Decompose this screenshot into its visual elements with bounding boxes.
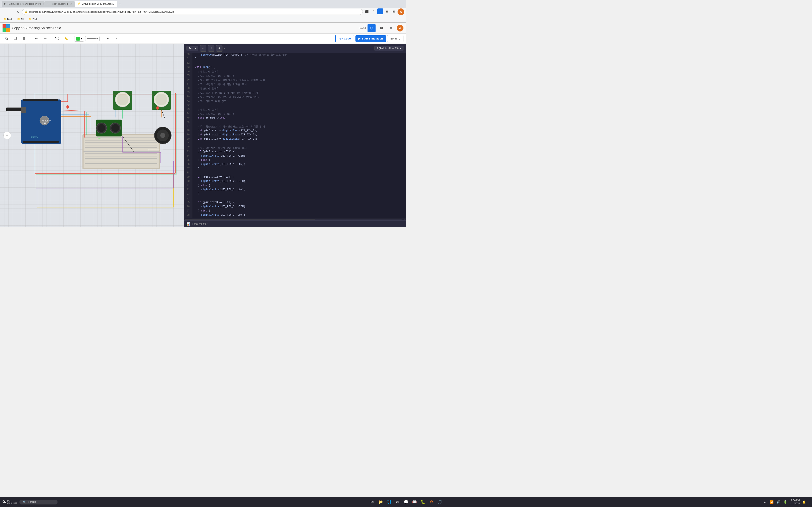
code-line-62: 62 [184, 61, 406, 66]
line-content-86: digitalWrite(LED_PIN_1, LOW); [192, 163, 245, 167]
refresh-button[interactable]: ↻ [15, 9, 21, 15]
line-content-62 [192, 61, 195, 66]
code-view-btn[interactable]: ≡ [387, 24, 395, 32]
send-to-button-label: Send To [390, 37, 400, 40]
code-line-71: 71 //3. 피에조 부저 경고 [184, 100, 406, 104]
tinkercad-logo[interactable] [3, 24, 10, 32]
tab-til[interactable]: ✓ Today I Learned ✕ [44, 1, 74, 7]
user-avatar[interactable]: A [398, 8, 404, 15]
circuit-canvas[interactable]: ARDUINO UNO DIGITAL [0, 44, 184, 227]
duplicate-btn[interactable]: ❐ [11, 35, 19, 43]
send-to-button[interactable]: Send To [387, 35, 403, 42]
copy-btn[interactable]: ⧉ [3, 35, 10, 43]
tab-til-close[interactable]: ✕ [70, 2, 72, 5]
line-num-86: 86 [184, 163, 192, 167]
code-button[interactable]: </> Code [336, 35, 354, 42]
language-chevron: ▾ [195, 47, 196, 50]
line-num-63: 63 [184, 66, 192, 70]
bookmark-folder-icon: 📁 [3, 18, 6, 20]
line-num-89: 89 [184, 176, 192, 180]
serial-monitor-icon: 📊 [187, 222, 190, 226]
extensions-button[interactable]: ⬛ [364, 8, 370, 14]
line-content-61: } [192, 57, 196, 61]
zoom-tool[interactable]: + [3, 131, 11, 139]
toolbar-sep-3 [72, 36, 72, 42]
bookmark-basic-label: Basic [7, 18, 13, 20]
line-content-94 [192, 197, 195, 201]
line-num-61: 61 [184, 57, 192, 61]
code-area[interactable]: 60 pinMode(BUZZER_PIN, OUTPUT); // 피에조 스… [184, 53, 406, 218]
download-button[interactable]: ↓ [377, 8, 383, 14]
ruler-btn[interactable]: 📏 [62, 35, 70, 43]
simulate-button[interactable]: ▶ Start Simulation [355, 35, 386, 42]
tab-youtube[interactable]: ▶ (18) Sleep is your superpower | ✕ [2, 1, 44, 7]
app-container: Copy of Surprising Snicket-Leelo Saved ⬡… [0, 22, 406, 227]
bookmark-winter[interactable]: 📁 겨울 [27, 17, 39, 21]
svg-text:PING: PING [98, 138, 101, 139]
bookmark-til[interactable]: 📁 TIL [15, 17, 26, 21]
undo-btn[interactable]: ↩ [32, 35, 40, 43]
code-line-86: 86 digitalWrite(LED_PIN_1, LOW); [184, 163, 406, 167]
tab-tinkercad[interactable]: ⚡ Circuit design Copy of Surprisi... ✕ [75, 1, 117, 7]
line-num-85: 85 [184, 159, 192, 163]
redo-btn[interactable]: ↪ [41, 35, 49, 43]
wave-btn[interactable]: ∿ [113, 35, 120, 43]
line-num-90: 90 [184, 180, 192, 184]
forward-button[interactable]: → [8, 9, 14, 15]
board-selector[interactable]: 1 (Arduino Uno R3) ▾ [374, 46, 403, 51]
code-line-67: 67 //3. 보행자의 위치에 맞는 LED를 표시 [184, 82, 406, 87]
line-content-65: //1. 조도센서 값이 어둡다면 [192, 74, 234, 78]
tab-youtube-title: (18) Sleep is your superpower | [8, 3, 41, 5]
new-tab-button[interactable]: + [118, 2, 122, 6]
font-size-btn[interactable]: A [216, 45, 222, 52]
line-num-65: 65 [184, 74, 192, 78]
code-line-84: 84 digitalWrite(LED_PIN_1, HIGH); [184, 155, 406, 159]
line-content-63: void loop() { [192, 66, 215, 70]
scroll-right-icon[interactable]: > [403, 218, 406, 220]
line-content-97: } else { [192, 209, 210, 214]
h-scrollbar[interactable]: > [184, 218, 406, 220]
language-selector[interactable]: Text ▾ [187, 46, 198, 51]
bookmark-button[interactable]: ☆ [370, 8, 376, 14]
collections-button[interactable]: ⊞ [384, 8, 390, 14]
color-picker[interactable]: ▾ [74, 36, 84, 42]
toolbar: ⧉ ❐ 🗑 ↩ ↪ 💬 📏 ▾ ▾ ✦ ∿ </> Code ▶ Start S… [0, 34, 406, 44]
serial-monitor-bar[interactable]: 📊 Serial Monitor [184, 220, 406, 227]
app-user-avatar[interactable]: A [397, 25, 403, 32]
line-num-80: 80 [184, 137, 192, 142]
code-line-77: 77 //2. 횡단보도에서 적외선센서로 보행자의 위치를 읽어 [184, 125, 406, 129]
code-line-90: 90 digitalWrite(LED_PIN_2, HIGH); [184, 180, 406, 184]
code-line-92: 92 digitalWrite(LED_PIN_2, LOW); [184, 188, 406, 192]
upload-code-btn[interactable]: ↗ [208, 45, 214, 52]
cursor-btn[interactable]: ✦ [104, 35, 112, 43]
line-num-73: 73 [184, 108, 192, 112]
tab-youtube-close[interactable]: ✕ [43, 2, 44, 5]
back-button[interactable]: ← [2, 9, 8, 15]
code-line-93: 93 } [184, 192, 406, 197]
line-content-98: digitalWrite(LED_PIN_3, LOW); [192, 214, 245, 218]
circuit-view-btn[interactable]: ⬡ [367, 24, 375, 32]
line-sample [87, 39, 96, 39]
line-content-95: if (pirState3 == HIGH) { [192, 201, 235, 205]
line-num-83: 83 [184, 150, 192, 155]
address-bar[interactable]: 🔒 tinkercad.com/things/0E4Oi8eGNS5-copy-… [22, 9, 363, 15]
svg-rect-6 [23, 99, 58, 101]
code-line-83: 83 if (pirState1 == HIGH) { [184, 150, 406, 155]
split-button[interactable]: ⊟ [391, 8, 397, 14]
code-panel: Text ▾ ↙ ↗ A ▾ 1 (Arduino Uno R3) ▾ 60 p… [184, 44, 406, 227]
schematic-view-btn[interactable]: ⊞ [377, 24, 385, 32]
tab-bar: ▶ (18) Sleep is your superpower | ✕ ✓ To… [0, 0, 406, 8]
note-btn[interactable]: 💬 [53, 35, 61, 43]
code-line-91: 91 } else { [184, 184, 406, 188]
tab-tinkercad-close[interactable]: ✕ [117, 2, 117, 5]
app-header: Copy of Surprising Snicket-Leelo Saved ⬡… [0, 22, 406, 34]
line-picker[interactable]: ▾ [85, 36, 100, 41]
svg-point-43 [155, 94, 167, 105]
line-num-72: 72 [184, 104, 192, 108]
download-code-btn[interactable]: ↙ [200, 45, 206, 52]
svg-rect-18 [85, 140, 157, 141]
code-line-85: 85 } else { [184, 159, 406, 163]
bookmark-basic[interactable]: 📁 Basic [2, 17, 14, 21]
line-num-93: 93 [184, 192, 192, 197]
delete-btn[interactable]: 🗑 [20, 35, 28, 43]
